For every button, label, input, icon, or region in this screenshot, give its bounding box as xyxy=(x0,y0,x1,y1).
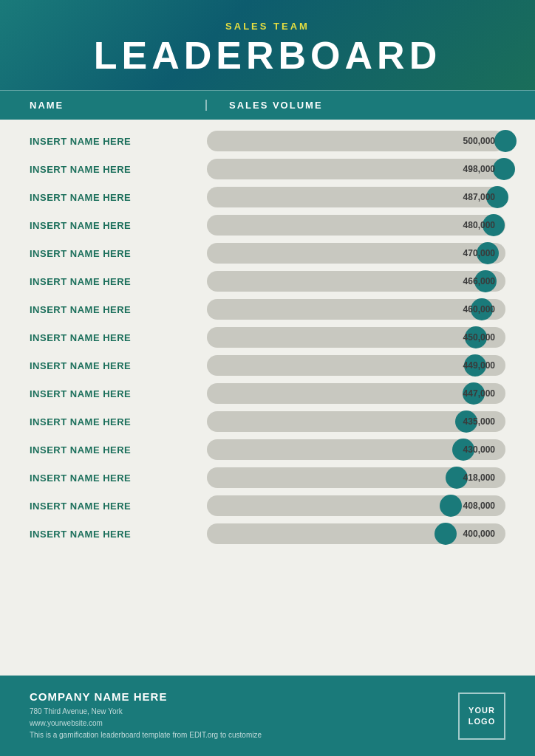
header-title: LEADERBOARD xyxy=(30,35,505,77)
row-name: INSERT NAME HERE xyxy=(30,136,207,147)
table-row: INSERT NAME HERE480,000 xyxy=(30,211,505,239)
row-name: INSERT NAME HERE xyxy=(30,192,207,203)
bar-container: 408,000 xyxy=(207,495,505,516)
bar-container: 430,000 xyxy=(207,439,505,460)
bar-container: 447,000 xyxy=(207,383,505,404)
table-row: INSERT NAME HERE487,000 xyxy=(30,183,505,211)
row-name: INSERT NAME HERE xyxy=(30,416,207,427)
footer: COMPANY NAME HERE 780 Third Avenue, New … xyxy=(0,676,535,756)
table-row: INSERT NAME HERE435,000 xyxy=(30,408,505,436)
table-row: INSERT NAME HERE500,000 xyxy=(30,127,505,155)
bar-value: 447,000 xyxy=(463,388,495,399)
bar-value: 400,000 xyxy=(463,529,495,539)
header-subtitle: SALES TEAM xyxy=(30,21,505,32)
bar-container: 480,000 xyxy=(207,215,505,236)
row-name: INSERT NAME HERE xyxy=(30,388,207,399)
col-name-label: NAME xyxy=(30,100,207,111)
footer-logo: YOURLOGO xyxy=(458,693,505,740)
header: SALES TEAM LEADERBOARD xyxy=(0,0,535,90)
bar-value: 487,000 xyxy=(463,192,495,202)
bar-value: 498,000 xyxy=(463,164,495,174)
bar-value: 450,000 xyxy=(463,332,495,343)
bar-value: 449,000 xyxy=(463,360,495,371)
logo-text: YOURLOGO xyxy=(468,705,495,726)
table-row: INSERT NAME HERE466,000 xyxy=(30,267,505,295)
bar-value: 470,000 xyxy=(463,248,495,258)
footer-tagline: This is a gamification leaderboard templ… xyxy=(30,729,262,741)
bar-value: 500,000 xyxy=(463,136,495,146)
col-sales-label: SALES VOLUME xyxy=(207,100,505,111)
bar-value: 418,000 xyxy=(463,472,495,483)
table-row: INSERT NAME HERE498,000 xyxy=(30,155,505,183)
bar-container: 470,000 xyxy=(207,243,505,264)
bar-container: 450,000 xyxy=(207,327,505,348)
bar-value: 466,000 xyxy=(463,276,495,286)
bar-container: 466,000 xyxy=(207,271,505,292)
table-row: INSERT NAME HERE430,000 xyxy=(30,436,505,464)
bar-container: 400,000 xyxy=(207,523,505,544)
bar-container: 418,000 xyxy=(207,467,505,488)
row-name: INSERT NAME HERE xyxy=(30,248,207,259)
table-row: INSERT NAME HERE449,000 xyxy=(30,351,505,379)
bar-value: 480,000 xyxy=(463,220,495,230)
column-headers: NAME SALES VOLUME xyxy=(0,90,535,120)
table-row: INSERT NAME HERE450,000 xyxy=(30,323,505,351)
table-row: INSERT NAME HERE447,000 xyxy=(30,379,505,408)
bar-dot xyxy=(435,523,457,545)
bar-container: 449,000 xyxy=(207,355,505,376)
bar-dot xyxy=(494,130,517,152)
bar-value: 435,000 xyxy=(463,416,495,427)
row-name: INSERT NAME HERE xyxy=(30,360,207,371)
table-row: INSERT NAME HERE400,000 xyxy=(30,520,505,548)
table-row: INSERT NAME HERE470,000 xyxy=(30,239,505,267)
row-name: INSERT NAME HERE xyxy=(30,501,207,512)
footer-address: 780 Third Avenue, New York xyxy=(30,706,262,718)
bar-value: 430,000 xyxy=(463,444,495,455)
footer-website: www.yourwebsite.com xyxy=(30,718,262,729)
row-name: INSERT NAME HERE xyxy=(30,332,207,343)
bar-container: 498,000 xyxy=(207,159,505,179)
bar-dot xyxy=(440,495,462,517)
bar-container: 435,000 xyxy=(207,411,505,432)
row-name: INSERT NAME HERE xyxy=(30,276,207,287)
table-row: INSERT NAME HERE460,000 xyxy=(30,295,505,323)
table-row: INSERT NAME HERE418,000 xyxy=(30,464,505,492)
page: SALES TEAM LEADERBOARD NAME SALES VOLUME… xyxy=(0,0,535,756)
bar-value: 408,000 xyxy=(463,501,495,511)
bar-container: 460,000 xyxy=(207,299,505,320)
row-name: INSERT NAME HERE xyxy=(30,529,207,540)
row-name: INSERT NAME HERE xyxy=(30,444,207,456)
table-row: INSERT NAME HERE408,000 xyxy=(30,492,505,520)
row-name: INSERT NAME HERE xyxy=(30,472,207,484)
bar-dot xyxy=(493,158,515,180)
bar-container: 500,000 xyxy=(207,131,505,151)
footer-company: COMPANY NAME HERE xyxy=(30,690,262,703)
leaderboard-content: INSERT NAME HERE500,000INSERT NAME HERE4… xyxy=(0,120,535,676)
bar-container: 487,000 xyxy=(207,187,505,207)
row-name: INSERT NAME HERE xyxy=(30,304,207,315)
bar-value: 460,000 xyxy=(463,304,495,315)
row-name: INSERT NAME HERE xyxy=(30,220,207,231)
row-name: INSERT NAME HERE xyxy=(30,164,207,175)
footer-left: COMPANY NAME HERE 780 Third Avenue, New … xyxy=(30,690,262,741)
